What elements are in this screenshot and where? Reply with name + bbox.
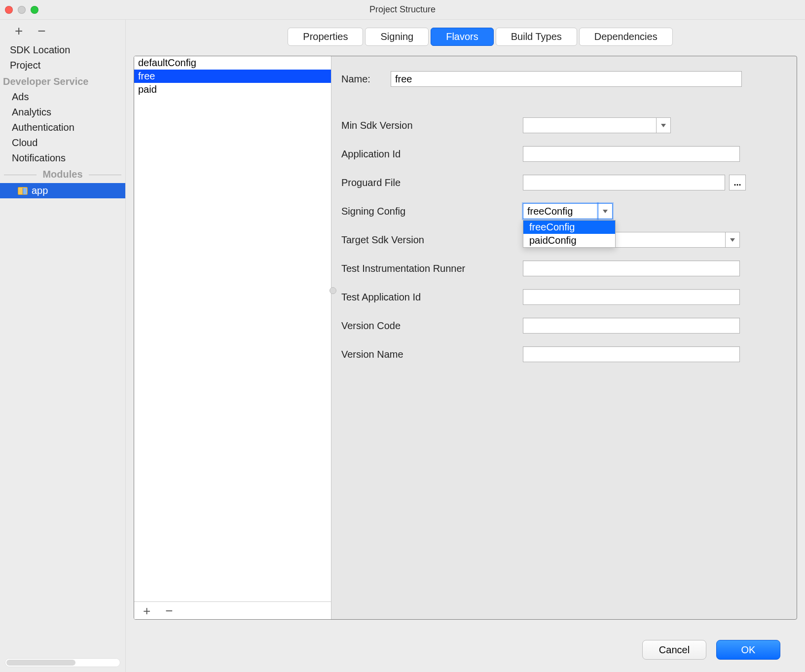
sidebar-toolbar: + − [0, 20, 125, 42]
tabs: Properties Signing Flavors Build Types D… [134, 28, 797, 46]
version-name-label: Version Name [338, 349, 516, 360]
tab-build-types[interactable]: Build Types [496, 28, 577, 46]
app-id-input[interactable] [523, 146, 740, 162]
signing-config-label: Signing Config [338, 206, 516, 217]
min-sdk-combo[interactable] [523, 117, 671, 133]
module-folder-icon [18, 187, 28, 195]
proguard-input[interactable] [523, 175, 725, 190]
sidebar-add-button[interactable]: + [15, 24, 23, 38]
test-runner-label: Test Instrumentation Runner [338, 263, 516, 274]
sidebar-module-label: app [32, 185, 48, 196]
main-pane: Properties Signing Flavors Build Types D… [126, 20, 805, 672]
sidebar-item-authentication[interactable]: Authentication [0, 120, 125, 135]
signing-config-dropdown-button[interactable] [598, 203, 613, 219]
min-sdk-input[interactable] [523, 117, 656, 133]
sidebar-section-developer-services: Developer Service [0, 73, 125, 89]
flavor-item-paid[interactable]: paid [134, 83, 331, 96]
dialog-footer: Cancel OK [134, 628, 797, 672]
test-app-id-input[interactable] [523, 289, 740, 305]
target-sdk-dropdown-button[interactable] [725, 232, 740, 248]
name-label: Name: [338, 74, 384, 85]
cancel-button[interactable]: Cancel [642, 640, 706, 660]
window-title: Project Structure [0, 4, 805, 15]
flavor-item-default[interactable]: defaultConfig [134, 56, 331, 70]
flavor-item-free[interactable]: free [134, 70, 331, 83]
test-app-id-label: Test Application Id [338, 292, 516, 303]
sidebar-list: SDK Location Project Developer Service A… [0, 42, 125, 655]
sidebar-section-modules: Modules [0, 166, 125, 183]
test-app-id-radio-icon [329, 287, 336, 294]
sidebar-item-analytics[interactable]: Analytics [0, 105, 125, 120]
sidebar-item-cloud[interactable]: Cloud [0, 135, 125, 150]
sidebar-remove-button[interactable]: − [37, 24, 45, 38]
version-code-input[interactable] [523, 318, 740, 334]
sidebar-item-notifications[interactable]: Notifications [0, 150, 125, 166]
tab-properties[interactable]: Properties [288, 28, 363, 46]
flavor-list[interactable]: defaultConfig free paid [134, 56, 331, 601]
flavor-list-toolbar: + − [134, 601, 331, 619]
sidebar-item-sdk-location[interactable]: SDK Location [0, 42, 125, 58]
signing-option-free[interactable]: freeConfig [523, 221, 615, 234]
proguard-label: Proguard File [338, 177, 516, 188]
flavor-list-column: defaultConfig free paid + − [134, 56, 331, 619]
tab-dependencies[interactable]: Dependencies [579, 28, 673, 46]
sidebar: + − SDK Location Project Developer Servi… [0, 20, 126, 672]
flavor-remove-button[interactable]: − [165, 604, 173, 617]
min-sdk-label: Min Sdk Version [338, 120, 516, 131]
app-id-label: Application Id [338, 149, 516, 160]
min-sdk-dropdown-button[interactable] [656, 117, 671, 133]
version-code-label: Version Code [338, 320, 516, 332]
proguard-browse-button[interactable]: ... [729, 175, 746, 190]
target-sdk-label: Target Sdk Version [338, 234, 516, 246]
tab-flavors[interactable]: Flavors [431, 28, 494, 46]
test-runner-input[interactable] [523, 261, 740, 276]
sidebar-item-ads[interactable]: Ads [0, 89, 125, 105]
signing-config-combo[interactable] [523, 203, 613, 219]
sidebar-item-project[interactable]: Project [0, 58, 125, 73]
ok-button[interactable]: OK [716, 640, 780, 660]
sidebar-module-app[interactable]: app [0, 183, 125, 198]
signing-config-dropdown: freeConfig paidConfig [523, 220, 616, 248]
flavor-form: Name: Min Sdk Version Application Id [331, 56, 797, 619]
flavors-panel: defaultConfig free paid + − Name: Min Sd… [134, 56, 797, 620]
signing-option-paid[interactable]: paidConfig [523, 234, 615, 247]
name-input[interactable] [391, 71, 742, 87]
sidebar-horizontal-scrollbar[interactable] [5, 658, 120, 667]
tab-signing[interactable]: Signing [365, 28, 429, 46]
version-name-input[interactable] [523, 346, 740, 362]
flavor-add-button[interactable]: + [143, 604, 150, 617]
signing-config-input[interactable] [523, 203, 598, 219]
window-titlebar: Project Structure [0, 0, 805, 20]
